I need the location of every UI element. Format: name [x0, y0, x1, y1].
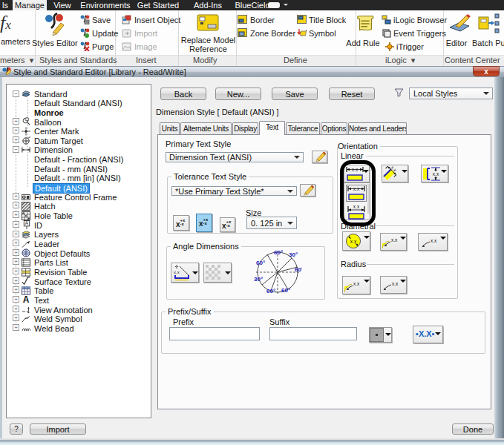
svg-text:A: A — [25, 220, 29, 225]
svg-text:x.x: x.x — [350, 239, 357, 244]
svg-text:60°: 60° — [256, 260, 265, 266]
svg-text:60°: 60° — [266, 288, 275, 294]
svg-text:60°: 60° — [281, 287, 290, 294]
svg-text:30°: 30° — [254, 276, 263, 283]
svg-text:30°: 30° — [289, 251, 298, 258]
svg-text:x.x: x.x — [431, 238, 437, 243]
svg-text:x.x: x.x — [433, 171, 439, 177]
svg-text:x.x: x.x — [174, 270, 180, 274]
svg-text:x.x: x.x — [392, 281, 399, 286]
svg-text:x.x: x.x — [391, 237, 398, 243]
svg-text:1: 1 — [26, 118, 28, 122]
svg-text:x.x: x.x — [353, 281, 360, 286]
svg-text:60°: 60° — [295, 266, 302, 273]
svg-text:60°: 60° — [274, 249, 283, 256]
